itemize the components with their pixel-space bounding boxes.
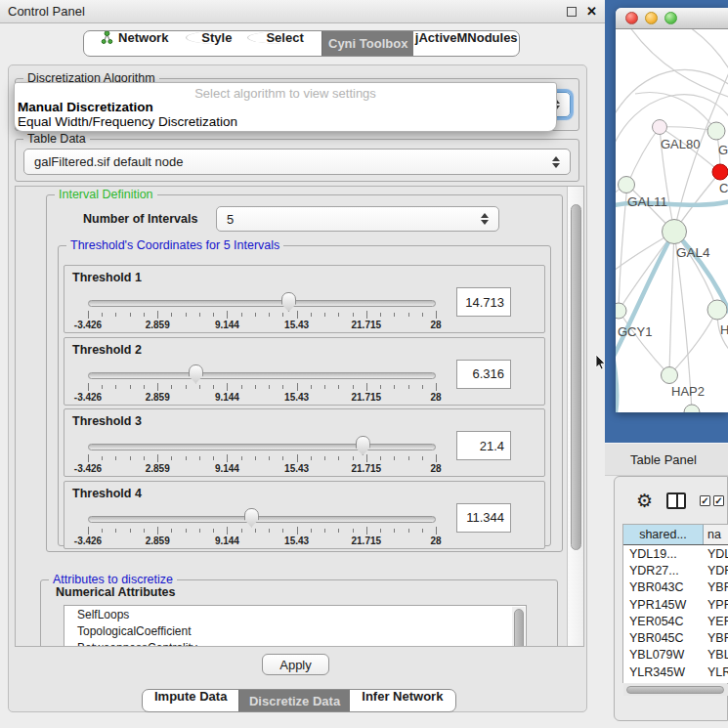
tab-discretize-data[interactable]: Discretize Data xyxy=(238,690,349,711)
table-row[interactable]: YLR345WYLR3 xyxy=(623,664,728,680)
column-header-name[interactable]: na xyxy=(704,525,728,544)
node-gal4[interactable] xyxy=(663,220,687,244)
list-scrollbar[interactable] xyxy=(512,607,525,647)
checkbox-icon[interactable]: ✓ xyxy=(713,495,724,506)
node-label[interactable]: GAL80 xyxy=(661,137,700,151)
node-gcy1[interactable] xyxy=(616,303,626,319)
numerical-attributes-list[interactable]: SelfLoopsTopologicalCoefficientBetweenne… xyxy=(64,605,527,647)
checkbox-icon[interactable]: ✓ xyxy=(700,495,710,506)
network-canvas[interactable]: GAL80GCGAL11GAL4GCY1HHAP2 xyxy=(616,29,728,412)
slider-tick xyxy=(436,311,437,319)
algorithm-option-manual-discretization[interactable]: Manual Discretization xyxy=(15,100,556,114)
node-red[interactable] xyxy=(712,164,728,180)
slider-tick xyxy=(144,529,145,533)
slider-track[interactable] xyxy=(88,444,436,450)
list-item[interactable]: SelfLoops xyxy=(64,606,526,622)
tab-style[interactable]: Style xyxy=(186,31,248,44)
tab-jactivemnodules[interactable]: jActiveMNodules xyxy=(413,31,519,44)
algorithm-prompt-item[interactable]: Select algorithm to view settings xyxy=(15,83,556,100)
slider-tick xyxy=(282,385,283,389)
combo-stepper-icon[interactable] xyxy=(481,212,490,226)
zoom-button[interactable] xyxy=(664,12,677,24)
gear-icon[interactable]: ⚙ xyxy=(636,492,653,510)
node-label[interactable]: C xyxy=(719,181,728,195)
table-row[interactable]: YBL079WYBL0 xyxy=(623,647,728,664)
threshold-value-field[interactable]: 6.316 xyxy=(456,360,511,389)
float-window-icon[interactable] xyxy=(567,7,577,17)
minimize-button[interactable] xyxy=(645,12,658,24)
slider-thumb[interactable] xyxy=(244,508,259,528)
node-label[interactable]: G xyxy=(718,143,728,157)
node-label[interactable]: HAP2 xyxy=(671,384,705,399)
slider-tick xyxy=(408,529,409,533)
num-intervals-value: 5 xyxy=(227,212,234,227)
table-row[interactable]: YER054CYER0 xyxy=(623,613,728,629)
vertical-scrollbar[interactable] xyxy=(567,187,583,646)
slider-thumb[interactable] xyxy=(356,436,370,455)
table-row[interactable]: YDR27...YDR2 xyxy=(623,562,728,578)
slider-track[interactable] xyxy=(88,516,436,523)
tab-label: jActiveMNodules xyxy=(415,30,518,45)
slider-tick xyxy=(324,456,325,460)
node-hap2[interactable] xyxy=(662,367,678,384)
close-button[interactable] xyxy=(625,12,638,24)
slider-tick xyxy=(282,456,283,460)
slider-tick xyxy=(88,311,89,319)
slider-track[interactable] xyxy=(88,300,436,307)
attributes-group-label: Attributes to discretize xyxy=(49,573,177,586)
slider-tick xyxy=(227,527,228,535)
node-gal80[interactable] xyxy=(653,120,667,135)
network-graph[interactable]: GAL80GCGAL11GAL4GCY1HHAP2 xyxy=(616,29,728,412)
tab-impute-data[interactable]: Impute Data xyxy=(143,690,238,703)
node-label[interactable]: H xyxy=(720,322,728,337)
cell-name: YBL0 xyxy=(704,648,728,662)
table-row[interactable]: YIL052CYIL0 xyxy=(623,680,728,683)
table-data-combobox[interactable]: galFiltered.sif default node xyxy=(23,149,571,175)
slider-track[interactable] xyxy=(88,372,436,379)
tab-infer-network[interactable]: Infer Network xyxy=(350,690,455,703)
threshold-box-4: Threshold 4-3.4262.8599.14415.4321.71528… xyxy=(64,481,545,549)
tab-network[interactable]: Network xyxy=(84,31,186,44)
column-header-shared[interactable]: shared... xyxy=(623,525,704,544)
table-row[interactable]: YPR145WYPR1 xyxy=(623,596,728,613)
threshold-value-field[interactable]: 14.713 xyxy=(456,287,511,317)
slider-tick xyxy=(157,527,158,535)
node-gal11[interactable] xyxy=(619,177,635,193)
node-h[interactable] xyxy=(707,300,727,320)
list-item[interactable]: TopologicalCoefficient xyxy=(64,622,526,639)
slider-tick xyxy=(324,313,325,317)
algorithm-option-equal-width-frequency-discretization[interactable]: Equal Width/Frequency Discretization xyxy=(15,114,556,129)
tick-label: -3.426 xyxy=(74,320,102,330)
slider-tick xyxy=(115,529,116,533)
slider-tick xyxy=(394,456,395,460)
cell-shared-name: YLR345W xyxy=(623,665,704,679)
slider-thumb[interactable] xyxy=(189,364,203,384)
node-label[interactable]: GAL4 xyxy=(676,245,710,260)
node-top-right[interactable] xyxy=(707,122,725,140)
tick-label: 21.715 xyxy=(352,535,382,546)
table-row[interactable]: YBR045CYBR0 xyxy=(623,629,728,646)
scrollbar-thumb[interactable] xyxy=(626,686,724,694)
scrollbar-thumb[interactable] xyxy=(514,609,524,647)
node-bottom[interactable] xyxy=(684,405,700,412)
horizontal-scrollbar[interactable] xyxy=(623,684,728,696)
scrollbar-thumb[interactable] xyxy=(571,204,581,550)
node-label[interactable]: GCY1 xyxy=(618,324,652,339)
threshold-value-field[interactable]: 11.344 xyxy=(456,503,511,533)
threshold-value-field[interactable]: 21.4 xyxy=(456,431,511,460)
combo-stepper-icon[interactable] xyxy=(552,155,561,169)
num-intervals-combobox[interactable]: 5 xyxy=(216,206,499,232)
network-window-titlebar[interactable] xyxy=(616,8,728,29)
split-view-icon[interactable] xyxy=(666,492,686,509)
apply-button[interactable]: Apply xyxy=(262,654,329,675)
list-item[interactable]: BetweennessCentrality xyxy=(64,639,526,647)
slider-thumb[interactable] xyxy=(281,292,296,312)
close-icon[interactable]: ✕ xyxy=(586,7,597,17)
table-row[interactable]: YBR043CYBR0 xyxy=(623,579,728,596)
table-row[interactable]: YDL19...YDL1 xyxy=(623,545,728,562)
tab-cyni-toolbox[interactable]: Cyni Toolbox xyxy=(321,31,414,56)
threshold-label: Threshold 1 xyxy=(72,271,142,284)
node-label[interactable]: GAL11 xyxy=(627,194,667,209)
tab-select[interactable]: Select xyxy=(247,31,321,44)
slider-tick xyxy=(338,313,339,317)
